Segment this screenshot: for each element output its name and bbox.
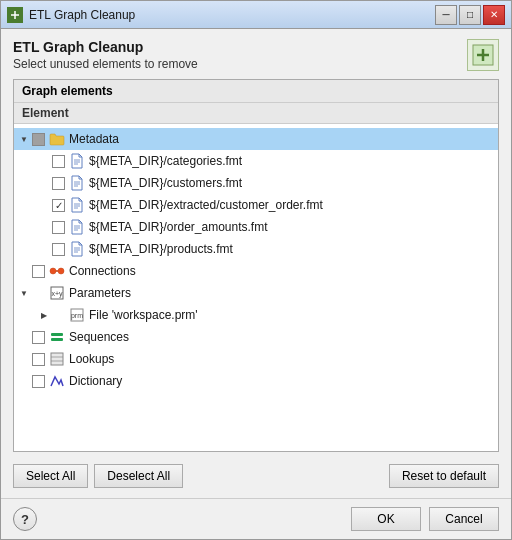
tree-item-lookups[interactable]: Lookups: [14, 348, 498, 370]
item-label-categories: ${META_DIR}/categories.fmt: [89, 154, 242, 168]
node-icon-dictionary: [49, 373, 65, 389]
checkbox-dictionary[interactable]: [32, 375, 45, 388]
item-label-connections: Connections: [69, 264, 136, 278]
title-buttons: ─ □ ✕: [435, 5, 505, 25]
expand-arrow-customer_order[interactable]: [38, 199, 50, 211]
node-icon-customer_order: [69, 197, 85, 213]
title-bar: ETL Graph Cleanup ─ □ ✕: [1, 1, 511, 29]
deselect-all-button[interactable]: Deselect All: [94, 464, 183, 488]
tree-item-customers[interactable]: ${META_DIR}/customers.fmt: [14, 172, 498, 194]
expand-arrow-customers[interactable]: [38, 177, 50, 189]
tree-view[interactable]: ▼ Metadata ${META_DIR}/categories.fmt ${…: [14, 124, 498, 451]
svg-text:prm: prm: [71, 312, 83, 320]
checkbox-metadata[interactable]: [32, 133, 45, 146]
tree-item-parameters[interactable]: ▼ x+y Parameters: [14, 282, 498, 304]
window-title: ETL Graph Cleanup: [29, 8, 135, 22]
checkbox-categories[interactable]: [52, 155, 65, 168]
graph-elements-panel: Graph elements Element ▼ Metadata ${META…: [13, 79, 499, 452]
item-label-customers: ${META_DIR}/customers.fmt: [89, 176, 242, 190]
item-label-workspace_prm: File 'workspace.prm': [89, 308, 198, 322]
checkbox-customers[interactable]: [52, 177, 65, 190]
expand-arrow-products[interactable]: [38, 243, 50, 255]
footer-right-buttons: OK Cancel: [351, 507, 499, 531]
tree-item-products[interactable]: ${META_DIR}/products.fmt: [14, 238, 498, 260]
minimize-button[interactable]: ─: [435, 5, 457, 25]
expand-arrow-workspace_prm[interactable]: ▶: [38, 309, 50, 321]
tree-item-customer_order[interactable]: ✓ ${META_DIR}/extracted/customer_order.f…: [14, 194, 498, 216]
node-icon-categories: [69, 153, 85, 169]
svg-point-22: [58, 268, 64, 274]
node-icon-parameters: x+y: [49, 285, 65, 301]
tree-item-categories[interactable]: ${META_DIR}/categories.fmt: [14, 150, 498, 172]
item-label-customer_order: ${META_DIR}/extracted/customer_order.fmt: [89, 198, 323, 212]
node-icon-order_amounts: [69, 219, 85, 235]
item-label-dictionary: Dictionary: [69, 374, 122, 388]
panel-title: Graph elements: [14, 80, 498, 103]
tree-item-metadata[interactable]: ▼ Metadata: [14, 128, 498, 150]
tree-item-workspace_prm[interactable]: ▶ prm File 'workspace.prm': [14, 304, 498, 326]
dialog-title: ETL Graph Cleanup: [13, 39, 198, 55]
header-section: ETL Graph Cleanup Select unused elements…: [13, 39, 499, 71]
node-icon-connections: [49, 263, 65, 279]
node-icon-workspace_prm: prm: [69, 307, 85, 323]
node-icon-lookups: [49, 351, 65, 367]
expand-arrow-lookups[interactable]: [18, 353, 30, 365]
dialog-subtitle: Select unused elements to remove: [13, 57, 198, 71]
ok-button[interactable]: OK: [351, 507, 421, 531]
item-label-products: ${META_DIR}/products.fmt: [89, 242, 233, 256]
checkbox-customer_order[interactable]: ✓: [52, 199, 65, 212]
node-icon-customers: [69, 175, 85, 191]
checkbox-sequences[interactable]: [32, 331, 45, 344]
checkbox-lookups[interactable]: [32, 353, 45, 366]
header-corner-icon: [467, 39, 499, 71]
column-header: Element: [14, 103, 498, 124]
item-label-metadata: Metadata: [69, 132, 119, 146]
tree-item-dictionary[interactable]: Dictionary: [14, 370, 498, 392]
expand-arrow-categories[interactable]: [38, 155, 50, 167]
item-label-order_amounts: ${META_DIR}/order_amounts.fmt: [89, 220, 268, 234]
tree-item-connections[interactable]: Connections: [14, 260, 498, 282]
tree-item-sequences[interactable]: Sequences: [14, 326, 498, 348]
maximize-button[interactable]: □: [459, 5, 481, 25]
header-text: ETL Graph Cleanup Select unused elements…: [13, 39, 198, 71]
window-icon: [7, 7, 23, 23]
checkbox-connections[interactable]: [32, 265, 45, 278]
title-bar-left: ETL Graph Cleanup: [7, 7, 135, 23]
node-icon-products: [69, 241, 85, 257]
footer: ? OK Cancel: [1, 498, 511, 539]
svg-text:x+y: x+y: [51, 290, 63, 298]
item-label-lookups: Lookups: [69, 352, 114, 366]
expand-arrow-connections[interactable]: [18, 265, 30, 277]
cancel-button[interactable]: Cancel: [429, 507, 499, 531]
expand-arrow-metadata[interactable]: ▼: [18, 133, 30, 145]
etl-graph-cleanup-dialog: ETL Graph Cleanup ─ □ ✕ ETL Graph Cleanu…: [0, 0, 512, 540]
svg-rect-29: [51, 338, 63, 341]
window-content: ETL Graph Cleanup Select unused elements…: [1, 29, 511, 498]
help-button[interactable]: ?: [13, 507, 37, 531]
checkbox-products[interactable]: [52, 243, 65, 256]
checkbox-order_amounts[interactable]: [52, 221, 65, 234]
svg-rect-28: [51, 333, 63, 336]
expand-arrow-order_amounts[interactable]: [38, 221, 50, 233]
item-label-parameters: Parameters: [69, 286, 131, 300]
item-label-sequences: Sequences: [69, 330, 129, 344]
tree-item-order_amounts[interactable]: ${META_DIR}/order_amounts.fmt: [14, 216, 498, 238]
svg-point-21: [50, 268, 56, 274]
expand-arrow-dictionary[interactable]: [18, 375, 30, 387]
svg-rect-30: [51, 353, 63, 365]
expand-arrow-parameters[interactable]: ▼: [18, 287, 30, 299]
node-icon-metadata: [49, 131, 65, 147]
left-buttons: Select All Deselect All: [13, 464, 183, 488]
expand-arrow-sequences[interactable]: [18, 331, 30, 343]
node-icon-sequences: [49, 329, 65, 345]
close-button[interactable]: ✕: [483, 5, 505, 25]
reset-to-default-button[interactable]: Reset to default: [389, 464, 499, 488]
action-buttons-row: Select All Deselect All Reset to default: [13, 464, 499, 488]
select-all-button[interactable]: Select All: [13, 464, 88, 488]
